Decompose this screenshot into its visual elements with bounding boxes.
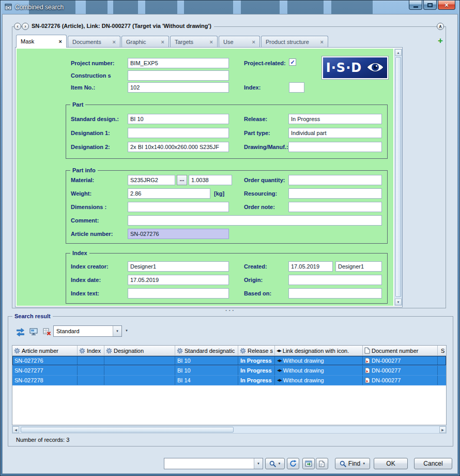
scroll-down-button[interactable]: ▼ — [395, 299, 402, 305]
form-vertical-scrollbar[interactable]: ▲ ▼ — [394, 49, 402, 306]
close-button[interactable]: × — [438, 1, 455, 10]
tab-graphic[interactable]: Graphic × — [121, 36, 169, 48]
standard-design-input[interactable] — [128, 114, 229, 124]
table-horizontal-scrollbar[interactable]: ◀ ▶ — [12, 426, 447, 434]
result-preset-combobox[interactable]: Standard ▼ — [53, 325, 122, 337]
tab-product-structure[interactable]: Product structure × — [261, 36, 328, 48]
resourcing-input[interactable] — [288, 188, 382, 199]
index-creator-input[interactable] — [128, 261, 229, 272]
cell-article-number[interactable]: SN-027276 — [12, 356, 78, 365]
cell-article-number[interactable]: SN-027277 — [12, 366, 78, 375]
tab-close-icon[interactable]: × — [54, 38, 62, 44]
result-view-button[interactable] — [27, 325, 40, 338]
dimensions-input[interactable] — [128, 202, 229, 212]
index-input[interactable] — [289, 82, 304, 93]
created-date-input[interactable] — [288, 261, 333, 272]
index-text-input[interactable] — [128, 288, 229, 299]
cell-designation[interactable] — [104, 376, 175, 385]
cell-index[interactable] — [78, 356, 104, 365]
cell-article-number[interactable]: SN-027278 — [12, 376, 78, 385]
cell-link-designation[interactable]: ◀▶Without drawing — [275, 376, 363, 385]
find-button[interactable]: Find ▼ — [335, 458, 370, 469]
refresh-results-button[interactable] — [14, 325, 26, 338]
order-quantity-input[interactable] — [288, 175, 382, 185]
release-input[interactable] — [288, 114, 382, 124]
order-note-input[interactable] — [288, 202, 382, 212]
column-header-designation[interactable]: Designation — [104, 346, 175, 356]
cell-index[interactable] — [78, 376, 104, 385]
table-row[interactable]: SN-027278 BI 14 In Progress ◀▶Without dr… — [12, 376, 446, 385]
next-record-button[interactable]: › — [22, 23, 29, 30]
new-document-button[interactable] — [316, 458, 328, 469]
column-header-release[interactable]: Release s — [238, 346, 275, 356]
cell-release[interactable]: In Progress — [238, 356, 275, 365]
cell-document-number[interactable]: DN-000277 — [363, 356, 438, 365]
cell-document-number[interactable]: DN-000277 — [363, 366, 438, 375]
cell-release[interactable]: In Progress — [238, 376, 275, 385]
clear-result-button[interactable] — [41, 325, 53, 338]
weight-input[interactable] — [128, 188, 210, 199]
add-tab-button[interactable]: + — [438, 36, 443, 45]
footer-combobox[interactable]: ▼ — [164, 458, 263, 469]
tab-close-icon[interactable]: × — [108, 39, 116, 45]
scroll-left-button[interactable]: ◀ — [12, 426, 19, 433]
part-type-input[interactable] — [288, 128, 382, 138]
project-related-checkbox[interactable]: ✓ — [289, 58, 296, 66]
cell-s[interactable] — [438, 356, 446, 365]
column-header-standard-designation[interactable]: Standard designatic — [175, 346, 238, 356]
material-number-input[interactable] — [189, 175, 232, 185]
origin-input[interactable] — [288, 275, 382, 285]
project-number-input[interactable] — [128, 58, 229, 68]
column-header-document-number[interactable]: Document number — [363, 346, 438, 356]
tab-documents[interactable]: Documents × — [68, 36, 120, 48]
comment-input[interactable] — [128, 215, 382, 226]
apply-mask-button[interactable] — [302, 458, 315, 469]
tab-mask[interactable]: Mask × — [16, 35, 67, 48]
refresh-button[interactable] — [287, 458, 299, 469]
drawing-manuf-input[interactable] — [288, 142, 382, 152]
cell-designation[interactable] — [104, 356, 175, 365]
tab-close-icon[interactable]: × — [315, 39, 324, 45]
material-browse-button[interactable]: ... — [177, 175, 187, 185]
designation1-input[interactable] — [128, 128, 229, 138]
preset-menu-arrow-icon[interactable]: ▼ — [125, 329, 128, 332]
column-header-s[interactable]: S — [438, 346, 446, 356]
previous-record-button[interactable]: ‹ — [14, 23, 21, 30]
index-date-input[interactable] — [128, 275, 229, 285]
tab-use[interactable]: Use × — [219, 36, 260, 48]
tab-targets[interactable]: Targets × — [170, 36, 218, 48]
column-header-article-number[interactable]: Article number — [12, 346, 78, 356]
cell-release[interactable]: In Progress — [238, 366, 275, 375]
cell-standard-designation[interactable]: BI 10 — [175, 356, 238, 365]
cell-index[interactable] — [78, 366, 104, 375]
cell-standard-designation[interactable]: BI 10 — [175, 366, 238, 375]
scroll-thumb[interactable] — [395, 57, 401, 297]
tab-close-icon[interactable]: × — [247, 39, 255, 45]
based-on-input[interactable] — [288, 288, 382, 299]
item-no-input[interactable] — [128, 82, 229, 93]
designation2-input[interactable] — [128, 142, 229, 152]
scroll-thumb[interactable] — [21, 427, 234, 433]
column-header-link-designation[interactable]: ◀▶ Link designation with icon. — [275, 346, 363, 356]
splitter-handle[interactable]: ··· — [3, 308, 458, 313]
material-input[interactable] — [128, 175, 175, 185]
table-row[interactable]: SN-027277 BI 10 In Progress ◀▶Without dr… — [12, 366, 446, 376]
table-row[interactable]: SN-027276 BI 10 In Progress ◀▶Without dr… — [12, 356, 446, 366]
cell-document-number[interactable]: DN-000277 — [363, 376, 438, 385]
construction-input[interactable] — [128, 70, 229, 81]
cell-s[interactable] — [438, 366, 446, 375]
cancel-button[interactable]: Cancel — [414, 458, 452, 469]
search-options-button[interactable]: ▼ — [265, 458, 285, 469]
tab-close-icon[interactable]: × — [156, 39, 164, 45]
combo-arrow-icon[interactable]: ▼ — [113, 326, 121, 336]
minimize-button[interactable] — [409, 1, 422, 10]
cell-standard-designation[interactable]: BI 14 — [175, 376, 238, 385]
scroll-right-button[interactable]: ▶ — [439, 426, 446, 433]
cell-designation[interactable] — [104, 366, 175, 375]
cell-s[interactable] — [438, 376, 446, 385]
created-by-input[interactable] — [335, 261, 382, 272]
article-number-input[interactable] — [128, 229, 229, 239]
collapse-button[interactable]: ∧ — [437, 23, 444, 30]
cell-link-designation[interactable]: ◀▶Without drawing — [275, 366, 363, 375]
column-header-index[interactable]: Index — [78, 346, 104, 356]
